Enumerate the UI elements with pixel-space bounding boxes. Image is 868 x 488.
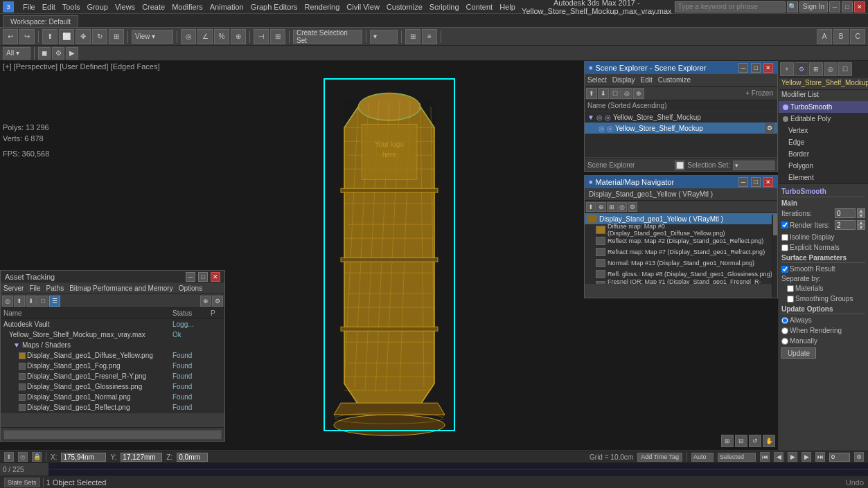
maximize-button[interactable]: □ (842, 1, 853, 12)
asset-menu-paths[interactable]: Paths (46, 284, 64, 292)
select-scale-btn[interactable]: ⊞ (109, 29, 124, 44)
asset-row-refract[interactable]: Display_Stand_geo1_Refract.png Found (1, 413, 224, 413)
asset-row-maps[interactable]: ▼Maps / Shaders (1, 340, 224, 350)
menu-edit[interactable]: Edit (39, 3, 59, 11)
render-settings-btn[interactable]: ⚙ (52, 47, 64, 60)
material-scroll-bar[interactable] (772, 215, 777, 298)
asset-maximize-btn[interactable]: □ (198, 272, 208, 282)
mat-tb-4[interactable]: ◎ (617, 202, 627, 212)
auto-dropdown[interactable]: Auto (691, 453, 714, 462)
iterations-spinner[interactable]: ▲ ▼ (857, 208, 865, 218)
scene-item-settings-icon[interactable]: ⚙ (765, 123, 774, 133)
material-close-btn[interactable]: ✕ (763, 177, 773, 187)
asset-tb-3[interactable]: ⬇ (26, 296, 37, 307)
menu-help[interactable]: Help (496, 3, 519, 11)
menu-customize[interactable]: Customize (383, 3, 426, 11)
y-coord-input[interactable] (121, 453, 162, 462)
search-box[interactable]: Type a keyword or phrase (675, 1, 786, 12)
menu-scripting[interactable]: Scripting (426, 3, 463, 11)
asset-row-reflect[interactable]: Display_Stand_geo1_Reflect.png Found (1, 402, 224, 413)
smooth-result-checkbox[interactable] (781, 266, 788, 273)
menu-rendering[interactable]: Rendering (301, 3, 344, 11)
timeline-track[interactable] (48, 463, 868, 476)
select-object-btn[interactable]: ⬆ (42, 29, 57, 44)
mat-tb-5[interactable]: ⚙ (628, 202, 637, 212)
menu-tools[interactable]: Tools (59, 3, 84, 11)
asset-row-fog[interactable]: Display_Stand_geo1_Fog.png Found (1, 361, 224, 371)
close-button[interactable]: ✕ (854, 1, 865, 12)
lock-icon[interactable]: 🔒 (32, 452, 42, 462)
menu-graph-editors[interactable]: Graph Editors (247, 3, 301, 11)
render-iters-spinner[interactable]: ▲ ▼ (857, 220, 865, 230)
modify-panel-btn[interactable]: ⚙ (795, 62, 808, 76)
pan-btn[interactable]: ✋ (763, 435, 775, 447)
mirror-btn[interactable]: ⊣ (254, 29, 269, 44)
all-dropdown[interactable]: All ▾ (3, 47, 30, 60)
asset-minimize-btn[interactable]: ─ (186, 272, 195, 282)
material-maximize-btn[interactable]: □ (751, 177, 761, 187)
when-rendering-radio[interactable] (781, 327, 788, 334)
asset-menu-bitmap[interactable]: Bitmap Performance and Memory (69, 284, 173, 292)
mat-item-refract[interactable]: Refract map: Map #7 (Display_Stand_geo1_… (585, 246, 777, 257)
menu-file[interactable]: File (19, 3, 39, 11)
asset-tb-right2[interactable]: ⚙ (212, 296, 223, 307)
material-minimize-btn[interactable]: ─ (738, 177, 748, 187)
prev-btn[interactable]: ◀ (774, 452, 783, 462)
zoom-selected-btn[interactable]: ⊟ (735, 435, 747, 447)
scene-explorer-btn[interactable]: ≡ (422, 29, 437, 44)
render-iters-input[interactable] (835, 220, 856, 230)
zoom-extents-btn[interactable]: ⊞ (721, 435, 734, 447)
isoline-checkbox[interactable] (781, 234, 788, 241)
z-coord-input[interactable] (177, 453, 208, 462)
menu-modifiers[interactable]: Modifiers (168, 3, 206, 11)
asset-horizontal-scroll[interactable] (3, 430, 222, 440)
selected-dropdown[interactable]: Selected (718, 453, 756, 462)
mat-item-fresnel[interactable]: Fresnel IOR: Map #1 (Display_Stand_geo1_… (585, 280, 777, 284)
iterations-input[interactable] (835, 208, 856, 218)
asset-close-btn[interactable]: ✕ (211, 272, 220, 282)
scene-bottom-icon1[interactable]: ⬜ (675, 161, 684, 170)
modifier-element[interactable]: Element (779, 172, 868, 183)
mat-tb-1[interactable]: ⬆ (586, 202, 596, 212)
angle-snap-btn[interactable]: ∠ (197, 29, 213, 44)
select-icon[interactable]: ⬆ (4, 452, 14, 462)
create-selection-set[interactable]: Create Selection Set (293, 30, 362, 44)
asset-row-vault[interactable]: Autodesk Vault Logg... (1, 319, 224, 329)
sign-in-button[interactable]: Sign In (799, 1, 828, 12)
select-region-btn[interactable]: ⬜ (59, 29, 74, 44)
asset-menu-server[interactable]: Server (3, 284, 24, 292)
menu-civil-view[interactable]: Civil View (343, 3, 382, 11)
mat-item-normal[interactable]: Normal: Map #13 (Display_Stand_geo1_Norm… (585, 257, 777, 269)
redo-btn[interactable]: ↪ (19, 29, 35, 44)
selection-set-dropdown[interactable]: ▾ (733, 161, 774, 170)
mat-tb-3[interactable]: ⊞ (607, 202, 617, 212)
menu-animation[interactable]: Animation (206, 3, 247, 11)
mat-tb-2[interactable]: ⊕ (596, 202, 606, 212)
select-rotate-btn[interactable]: ↻ (92, 29, 107, 44)
snap-toggle-btn[interactable]: ◎ (181, 29, 196, 44)
menu-content[interactable]: Content (463, 3, 497, 11)
scene-tb-4[interactable]: ◎ (621, 88, 632, 99)
snap-icon[interactable]: ◎ (18, 452, 28, 462)
scene-menu-customize[interactable]: Customize (658, 76, 691, 84)
asset-row-glossiness[interactable]: Display_Stand_geo1_Glossiness.png Found (1, 381, 224, 392)
render-frame-btn[interactable]: ▶ (66, 47, 78, 60)
track-view-btn[interactable]: B (833, 29, 849, 44)
spinner-snap-btn[interactable]: ⊕ (231, 29, 246, 44)
align-btn[interactable]: ⊞ (270, 29, 285, 44)
next-frame-btn[interactable]: ⏭ (815, 452, 825, 462)
scene-tree-item-selected[interactable]: ◎ ◎ Yellow_Store_Shelf_Mockup ⚙ (585, 123, 777, 134)
explicit-normals-checkbox[interactable] (781, 244, 788, 251)
always-radio[interactable] (781, 317, 788, 324)
asset-row-diffuse[interactable]: Display_Stand_geo1_Diffuse_Yellow.png Fo… (1, 350, 224, 361)
scene-minimize-btn[interactable]: ─ (738, 63, 748, 73)
named-sel-dropdown[interactable]: ▾ (370, 30, 398, 44)
orbit-btn[interactable]: ↺ (749, 435, 761, 447)
scene-menu-display[interactable]: Display (612, 76, 635, 84)
asset-row-file[interactable]: Yellow_Store_Shelf_Mockup_max_vray.max O… (1, 329, 224, 340)
materials-checkbox[interactable] (787, 285, 794, 292)
minimize-button[interactable]: ─ (829, 1, 840, 12)
motion-btn[interactable]: ◎ (824, 62, 838, 76)
modifier-edge[interactable]: Edge (779, 136, 868, 148)
asset-row-fresnel[interactable]: Display_Stand_geo1_Fresnel_R-Y.png Found (1, 371, 224, 381)
